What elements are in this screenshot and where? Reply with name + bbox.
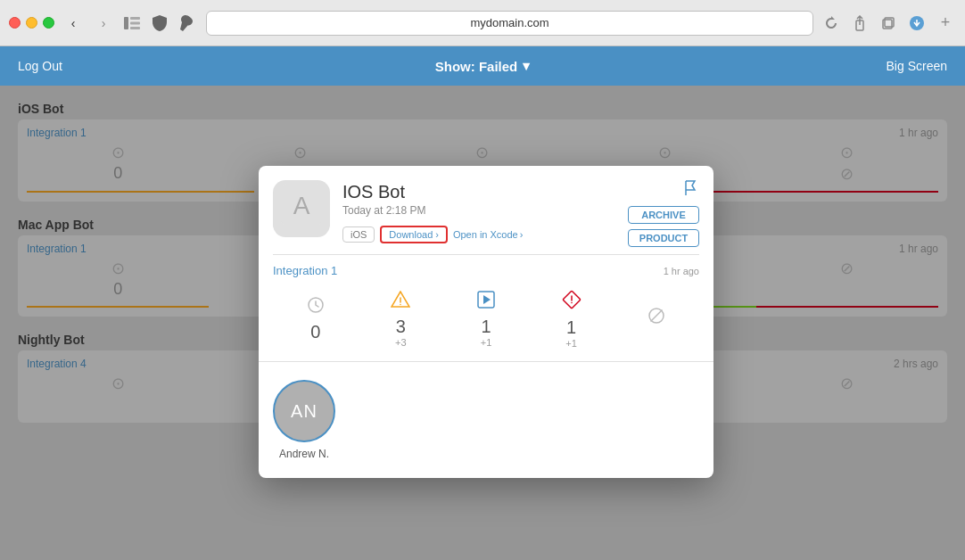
- share-icon[interactable]: [849, 12, 870, 34]
- popup-divider-2: [259, 361, 713, 362]
- popup-header: A IOS Bot Today at 2:18 PM iOS Download …: [259, 166, 713, 254]
- flag-button[interactable]: [683, 180, 699, 201]
- svg-point-12: [400, 304, 402, 306]
- download-icon[interactable]: [906, 12, 928, 34]
- svg-point-16: [571, 302, 573, 304]
- shield-icon[interactable]: [149, 12, 170, 34]
- top-bar: Log Out Show: Failed ▾ Big Screen: [0, 46, 965, 86]
- svg-marker-14: [483, 295, 491, 304]
- maximize-button[interactable]: [43, 17, 54, 29]
- close-button[interactable]: [9, 17, 21, 29]
- warning-icon: [391, 291, 410, 313]
- popup-integration: Integration 1 1 hr ago 0: [259, 255, 713, 358]
- download-label: Download: [389, 229, 433, 240]
- product-button[interactable]: PRODUCT: [628, 229, 699, 247]
- error-icon: [562, 290, 581, 314]
- svg-rect-1: [130, 17, 140, 20]
- popup-stat-warnings: 3 +3: [365, 291, 436, 348]
- avatar-initials: AN: [291, 401, 318, 422]
- popup-buttons: iOS Download › Open in Xcode ›: [342, 226, 615, 254]
- bigscreen-button[interactable]: Big Screen: [887, 59, 947, 73]
- issues-icon: [307, 296, 325, 318]
- popup-stat-issues: 0: [280, 296, 351, 342]
- app-logo-icon: A: [280, 184, 323, 235]
- popup-header-actions: ARCHIVE PRODUCT: [628, 180, 699, 247]
- show-filter-label: Show: Failed: [435, 59, 518, 74]
- download-arrow-icon: ›: [435, 229, 439, 240]
- popup-integration-header: Integration 1 1 hr ago: [273, 264, 699, 277]
- svg-marker-4: [831, 16, 835, 20]
- popup-avatar-section: AN Andrew N.: [259, 366, 713, 478]
- popup-bot-name: IOS Bot: [342, 182, 615, 202]
- svg-rect-0: [124, 17, 128, 29]
- ios-tag-button[interactable]: iOS: [342, 226, 375, 243]
- popup-bot-time: Today at 2:18 PM: [342, 204, 615, 217]
- main-area: iOS Bot Integration 1 1 hr ago ⊙ ⊙ ⊙ ⊙ ⊙…: [0, 86, 965, 560]
- popup-stat-analyze-delta: +1: [481, 337, 492, 348]
- traffic-lights: [9, 17, 54, 29]
- svg-rect-3: [130, 27, 140, 29]
- popup-integration-title[interactable]: Integration 1: [273, 264, 337, 277]
- dropdown-arrow: ▾: [523, 58, 530, 74]
- open-xcode-button[interactable]: Open in Xcode ›: [453, 229, 523, 240]
- logout-button[interactable]: Log Out: [18, 59, 62, 73]
- browser-chrome: ‹ › mydomain.com +: [0, 0, 965, 46]
- url-text: mydomain.com: [470, 16, 548, 29]
- minimize-button[interactable]: [26, 17, 37, 29]
- svg-text:A: A: [293, 192, 310, 219]
- new-tab-icon[interactable]: +: [935, 12, 956, 34]
- analyze-icon: [477, 291, 495, 313]
- duplicate-icon[interactable]: [878, 12, 899, 34]
- app-icon: A: [273, 180, 330, 237]
- back-button[interactable]: ‹: [62, 14, 85, 32]
- address-bar[interactable]: mydomain.com: [206, 11, 813, 36]
- popup-header-info: IOS Bot Today at 2:18 PM iOS Download › …: [342, 180, 615, 254]
- popup-stat-analyze-value: 1: [481, 317, 491, 337]
- tools-icon[interactable]: [177, 12, 199, 34]
- popup-integration-time: 1 hr ago: [664, 266, 699, 276]
- download-button[interactable]: Download ›: [380, 226, 448, 243]
- avatar-name: Andrew N.: [273, 448, 335, 460]
- archive-button[interactable]: ARCHIVE: [628, 206, 699, 224]
- forward-button[interactable]: ›: [92, 14, 115, 32]
- popup-stats-row: 0 3 +3: [273, 284, 699, 354]
- open-xcode-arrow-icon: ›: [520, 229, 524, 240]
- popup-stat-warnings-value: 3: [396, 317, 406, 337]
- popup-stat-errors: 1 +1: [536, 290, 607, 349]
- show-filter[interactable]: Show: Failed ▾: [435, 58, 531, 74]
- svg-rect-2: [130, 21, 140, 24]
- popup-stat-errors-value: 1: [566, 317, 576, 338]
- popup-stat-errors-delta: +1: [565, 338, 577, 349]
- popup-stat-issues-value: 0: [310, 322, 320, 342]
- ios-bot-popup: A IOS Bot Today at 2:18 PM iOS Download …: [259, 166, 713, 478]
- popup-stat-disabled: [621, 307, 692, 333]
- sidebar-toggle-button[interactable]: [122, 15, 142, 31]
- disabled-icon: [647, 307, 665, 329]
- refresh-icon[interactable]: [821, 12, 842, 34]
- app-content: Log Out Show: Failed ▾ Big Screen iOS Bo…: [0, 46, 965, 560]
- avatar: AN: [273, 380, 335, 442]
- popup-stat-analyze: 1 +1: [450, 291, 522, 348]
- open-xcode-label: Open in Xcode: [453, 229, 518, 240]
- popup-stat-warnings-delta: +3: [395, 337, 407, 348]
